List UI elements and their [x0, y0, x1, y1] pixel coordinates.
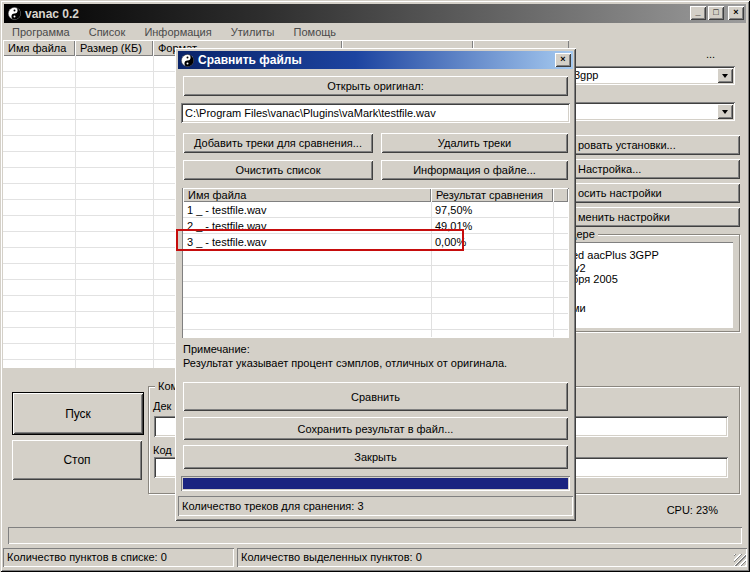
note-text: Результат указывает процент сэмплов, отл…	[183, 357, 507, 369]
app-yinyang-icon	[8, 7, 21, 20]
row-result: 97,50%	[435, 204, 472, 216]
menu-utility[interactable]: Утилиты	[223, 24, 283, 40]
encoder-label: Код	[153, 444, 172, 456]
panel-ellipsis-label: ...	[706, 48, 715, 60]
add-tracks-button[interactable]: Добавить треки для сравнения...	[183, 133, 373, 153]
empty-rows[interactable]	[183, 250, 568, 337]
statusbar-selected-count: Количество выделенных пунктов: 0	[241, 551, 422, 563]
menu-spisok[interactable]: Список	[81, 24, 134, 40]
minimize-button[interactable]: _	[690, 6, 706, 20]
encoder-info-line1: ed aacPlus 3GPP	[572, 249, 659, 261]
start-button[interactable]: Пуск	[12, 392, 144, 435]
grid-line	[431, 202, 432, 337]
statusbar-selected-panel: Количество выделенных пунктов: 0	[237, 548, 747, 567]
statusbar-items-count: Количество пунктов в списке: 0	[7, 551, 167, 563]
chevron-down-icon[interactable]	[717, 68, 733, 83]
main-progress-bar	[8, 527, 742, 544]
comparison-list[interactable]: Имя файла Результат сравнения 1 _ - test…	[182, 188, 569, 338]
maximize-button[interactable]: □	[708, 6, 724, 20]
cpu-usage-label: CPU: 23%	[660, 504, 718, 516]
dialog-status-text: Количество треков для сранения: 3	[182, 500, 364, 512]
menu-informaciya[interactable]: Информация	[136, 24, 219, 40]
encoder-info-line3: бря 2005	[572, 273, 618, 285]
compare-files-dialog: Сравнить файлы × Открыть оригинал: C:\Pr…	[175, 48, 576, 521]
file-info-button[interactable]: Информация о файле...	[381, 160, 568, 180]
menu-pomosch[interactable]: Помощь	[286, 24, 345, 40]
chevron-down-icon[interactable]	[717, 104, 733, 119]
row-filename: 1 _ - testfile.wav	[187, 204, 266, 216]
encoder-info-group: дере ed aacPlus 3GPP v2 бря 2005 ми	[558, 234, 740, 332]
remove-tracks-button[interactable]: Удалить треки	[381, 133, 568, 153]
annotation-red-box	[176, 229, 464, 251]
original-path-value: C:\Program Files\vanac\Plugins\vaMark\te…	[185, 107, 436, 119]
column-header-filler	[553, 188, 568, 202]
menubar: Программа Список Информация Утилиты Помо…	[4, 24, 746, 41]
dialog-titlebar[interactable]: Сравнить файлы ×	[178, 51, 573, 69]
close-dialog-button[interactable]: Закрыть	[183, 445, 568, 469]
column-header-filename[interactable]: Имя файла	[3, 40, 75, 56]
format-combobox[interactable]: 3gpp	[556, 66, 735, 85]
dialog-close-button[interactable]: ×	[555, 53, 571, 67]
dialog-yinyang-icon	[181, 54, 194, 67]
main-titlebar[interactable]: vanac 0.2	[4, 4, 746, 23]
statusbar-items-panel: Количество пунктов в списке: 0	[3, 548, 234, 567]
main-window: vanac 0.2 _ □ × Программа Список Информа…	[0, 0, 750, 572]
dialog-title: Сравнить файлы	[198, 53, 302, 67]
stop-button[interactable]: Стоп	[12, 440, 142, 480]
dialog-statusbar: Количество треков для сранения: 3	[178, 496, 573, 516]
close-button[interactable]: ×	[728, 6, 744, 20]
progress-fill	[183, 478, 568, 489]
format-combobox-value: 3gpp	[574, 69, 598, 81]
import-settings-button[interactable]: ровать установки...	[556, 135, 740, 155]
column-header-name[interactable]: Имя файла	[183, 188, 431, 202]
apply-settings-button[interactable]: менить настройки	[556, 207, 740, 227]
decoder-label: Дек	[153, 400, 171, 412]
note-title: Примечание:	[183, 343, 250, 355]
settings-button[interactable]: Настройка...	[556, 159, 740, 179]
column-header-result[interactable]: Результат сравнения	[431, 188, 553, 202]
resize-grip[interactable]	[734, 554, 746, 566]
column-header-size[interactable]: Размер (КБ)	[75, 40, 153, 56]
compare-button[interactable]: Сравнить	[183, 382, 568, 411]
encoder-info-box: ed aacPlus 3GPP v2 бря 2005 ми	[567, 242, 733, 328]
menu-programma[interactable]: Программа	[4, 24, 78, 40]
open-original-button[interactable]: Открыть оригинал:	[183, 76, 568, 96]
window-title: vanac 0.2	[25, 7, 79, 21]
reset-settings-button[interactable]: осить настройки	[556, 183, 740, 203]
grid-line	[75, 56, 76, 368]
original-path-field[interactable]: C:\Program Files\vanac\Plugins\vaMark\te…	[181, 103, 570, 123]
grid-line	[553, 202, 554, 337]
save-result-button[interactable]: Сохранить результат в файл...	[183, 417, 568, 440]
table-row[interactable]: 1 _ - testfile.wav 97,50%	[183, 202, 568, 218]
preset-combobox[interactable]	[556, 102, 735, 121]
grid-line	[153, 56, 154, 368]
compare-progress-bar	[181, 476, 570, 491]
clear-list-button[interactable]: Очистить список	[183, 160, 373, 180]
